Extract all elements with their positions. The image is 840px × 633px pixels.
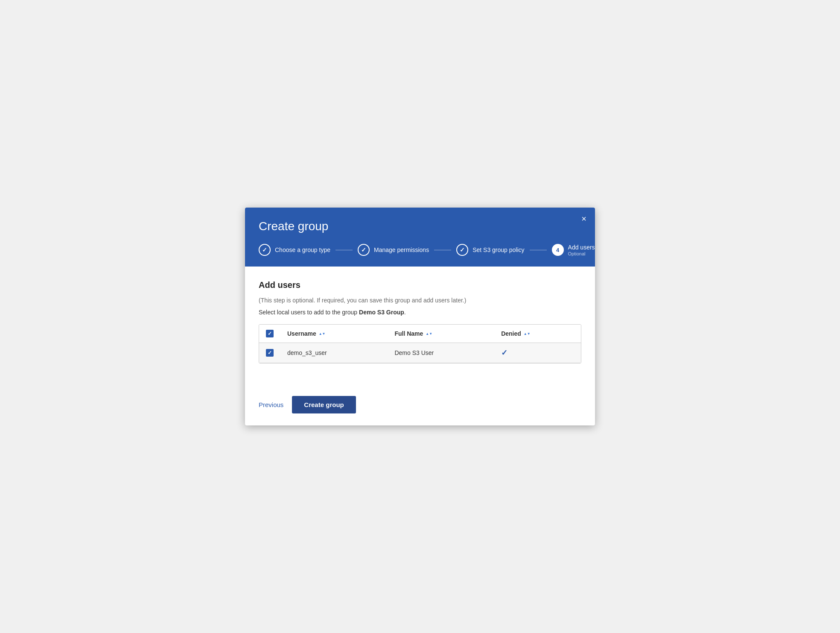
step-4-circle: 4 (552, 244, 564, 256)
step-4-label: Add users (568, 244, 595, 251)
users-table: ✓ Username ▲▼ Full Name (259, 325, 581, 363)
previous-button[interactable]: Previous (259, 398, 283, 412)
select-text-prefix: Select local users to add to the group (259, 309, 359, 316)
denied-check-icon: ✓ (501, 349, 508, 357)
step-3-label: Set S3 group policy (472, 246, 524, 253)
th-username-label: Username (287, 330, 316, 337)
row-checkbox-cell: ✓ (259, 343, 280, 363)
header-checkbox[interactable]: ✓ (266, 330, 274, 337)
section-title: Add users (259, 280, 581, 290)
step-2-circle: ✓ (358, 244, 370, 256)
step-connector-3 (530, 250, 547, 250)
row-checkbox[interactable]: ✓ (266, 349, 274, 357)
select-text: Select local users to add to the group D… (259, 309, 581, 316)
close-button[interactable]: × (581, 214, 586, 223)
step-1-label: Choose a group type (275, 246, 330, 253)
step-connector-2 (434, 250, 451, 250)
step-2-label: Manage permissions (374, 246, 429, 253)
row-check-icon: ✓ (268, 350, 272, 356)
step-3-check-icon: ✓ (460, 246, 465, 253)
step-connector-1 (335, 250, 353, 250)
th-denied: Denied ▲▼ (494, 325, 581, 343)
stepper: ✓ Choose a group type ✓ Manage permissio… (259, 243, 581, 256)
row-fullname: Demo S3 User (388, 343, 494, 363)
modal-body: Add users (This step is optional. If req… (245, 267, 595, 387)
step-4-sublabel: Optional (568, 251, 595, 256)
modal-footer: Previous Create group (245, 387, 595, 425)
table-header-row: ✓ Username ▲▼ Full Name (259, 325, 581, 343)
th-fullname: Full Name ▲▼ (388, 325, 494, 343)
step-manage-permissions: ✓ Manage permissions (358, 244, 429, 256)
select-text-suffix: . (404, 309, 406, 316)
users-table-container: ✓ Username ▲▼ Full Name (259, 324, 581, 363)
step-choose-group-type: ✓ Choose a group type (259, 244, 330, 256)
modal-title: Create group (259, 220, 581, 233)
th-denied-sort[interactable]: Denied ▲▼ (501, 330, 531, 337)
th-username-sort[interactable]: Username ▲▼ (287, 330, 326, 337)
step-1-circle: ✓ (259, 244, 271, 256)
step-3-circle: ✓ (456, 244, 468, 256)
modal-header: × Create group ✓ Choose a group type ✓ M… (245, 208, 595, 267)
fullname-sort-icon: ▲▼ (426, 332, 432, 336)
th-denied-label: Denied (501, 330, 521, 337)
th-checkbox: ✓ (259, 325, 280, 343)
denied-sort-icon: ▲▼ (524, 332, 531, 336)
th-fullname-sort[interactable]: Full Name ▲▼ (394, 330, 432, 337)
th-fullname-label: Full Name (394, 330, 423, 337)
step-4-text: Add users Optional (568, 243, 595, 256)
step-1-check-icon: ✓ (262, 246, 267, 253)
step-set-s3-policy: ✓ Set S3 group policy (456, 244, 524, 256)
row-username: demo_s3_user (280, 343, 388, 363)
step-add-users: 4 Add users Optional (552, 243, 595, 256)
username-sort-icon: ▲▼ (319, 332, 326, 336)
step-4-number: 4 (556, 247, 559, 253)
group-name: Demo S3 Group (359, 309, 404, 316)
create-group-modal: × Create group ✓ Choose a group type ✓ M… (245, 208, 595, 425)
optional-note: (This step is optional. If required, you… (259, 297, 581, 304)
row-denied: ✓ (494, 343, 581, 363)
header-check-icon: ✓ (268, 331, 272, 337)
create-group-button[interactable]: Create group (292, 396, 356, 413)
step-2-check-icon: ✓ (361, 246, 366, 253)
table-row: ✓ demo_s3_user Demo S3 User ✓ (259, 343, 581, 363)
th-username: Username ▲▼ (280, 325, 388, 343)
